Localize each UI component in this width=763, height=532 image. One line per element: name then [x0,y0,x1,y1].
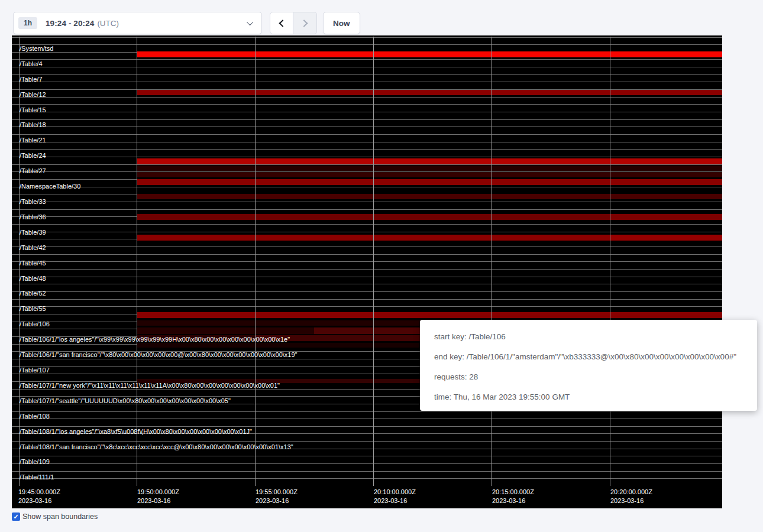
now-button[interactable]: Now [323,12,360,34]
gridline-vertical [373,37,374,486]
axis-time: 20:15:00.000Z [492,488,534,497]
axis-date: 2023-03-16 [610,497,652,505]
row-label: /Table/15 [20,106,46,114]
gridline-horizontal [12,306,722,307]
row-label: /Table/21 [20,137,46,144]
axis-time: 20:10:00.000Z [374,488,416,497]
gridline-horizontal [12,59,722,60]
axis-label: 20:15:00.000Z2023-03-16 [492,488,534,505]
tooltip-requests: requests: 28 [434,367,751,387]
heat-band [137,90,722,95]
row-label: /Table/109 [20,458,50,466]
tooltip-time: time: Thu, 16 Mar 2023 19:55:00 GMT [434,387,751,407]
row-label: /System/tsd [20,45,53,53]
prev-range-button[interactable] [270,12,293,34]
row-label: /Table/7 [20,76,43,83]
axis-date: 2023-03-16 [256,497,298,505]
axis-time: 19:55:00.000Z [256,488,298,497]
chevron-down-icon [247,19,253,25]
heat-band [610,214,722,220]
gridline-horizontal [12,478,722,479]
row-label: /Table/18 [20,121,46,129]
gridline-horizontal [12,224,722,225]
gridline-horizontal [12,232,722,232]
gridline-horizontal [12,67,722,67]
row-label: /Table/27 [20,167,46,175]
gridline-horizontal [12,104,722,105]
gridline-horizontal [12,187,722,187]
gridline-horizontal [12,246,722,247]
heat-band [137,327,314,334]
axis-label: 19:50:00.000Z2023-03-16 [137,488,179,505]
row-label: /Table/111/1 [20,473,54,481]
gridline-horizontal [12,82,722,82]
row-label: /NamespaceTable/30 [20,183,80,190]
row-label: /Table/12 [20,91,46,99]
gridline-horizontal [12,411,722,412]
axis-date: 2023-03-16 [137,497,179,505]
axis-label: 20:20:00.000Z2023-03-16 [610,488,652,505]
tooltip: start key: /Table/106 end key: /Table/10… [420,320,757,411]
row-label: /Table/107/1/"new york"/"\x11\x11\x11\x1… [20,382,280,390]
gridline-horizontal [12,471,722,472]
gridline-vertical [492,37,492,486]
row-label: /Table/48 [20,275,46,283]
heat-band [137,51,722,57]
row-label: /Table/42 [20,244,46,252]
gridline-horizontal [12,456,722,456]
heat-band [137,158,722,164]
range-label: 19:24 - 20:24 [46,19,94,28]
axis-time: 19:45:00.000Z [18,488,60,497]
gridline-horizontal [12,112,722,112]
heatmap-canvas[interactable]: /System/tsd/Table/4/Table/7/Table/12/Tab… [12,35,722,508]
gridline-horizontal [12,37,722,38]
gridline-horizontal [12,157,722,157]
row-label: /Table/33 [20,198,46,206]
gridline-horizontal [12,419,722,419]
gridline-horizontal [12,441,722,442]
gridline-vertical [255,37,256,486]
heat-band [137,312,722,318]
axis-date: 2023-03-16 [374,497,416,505]
gridline-horizontal [12,463,722,464]
row-label: /Table/39 [20,229,46,236]
gridline-horizontal [12,126,722,127]
row-label: /Table/36 [20,213,46,221]
tooltip-end-key: end key: /Table/106/1/"amsterdam"/"\xb33… [434,347,751,367]
chevron-right-icon [300,20,308,27]
axis-label: 19:55:00.000Z2023-03-16 [256,488,298,505]
time-nav-group [270,12,317,34]
row-label: /Table/45 [20,259,46,267]
gridline-horizontal [12,299,722,300]
row-label: /Table/107 [20,366,50,374]
gridline-horizontal [12,134,722,135]
timezone-label: (UTC) [97,19,119,28]
row-label: /Table/108 [20,413,50,420]
gridline-horizontal [12,142,722,142]
row-label: /Table/106/1/"los angeles"/"\x99\x99\x99… [20,336,290,343]
gridline-horizontal [12,426,722,427]
gridline-horizontal [12,291,722,292]
row-label: /Table/106 [20,320,50,328]
chevron-left-icon [279,20,286,27]
footer: ✓ Show span boundaries [12,512,98,521]
gridline-horizontal [12,277,722,277]
show-span-boundaries-checkbox[interactable]: ✓ [12,512,20,521]
gridline-horizontal [12,44,722,45]
gridline-horizontal [12,149,722,150]
gridline-horizontal [12,254,722,255]
gridline-horizontal [12,119,722,120]
time-range-selector[interactable]: 1h 19:24 - 20:24 (UTC) [13,12,262,34]
next-range-button[interactable] [293,12,317,34]
gridline-horizontal [12,269,722,270]
checkbox-label: Show span boundaries [22,512,98,521]
gridline-horizontal [12,202,722,202]
row-label: /Table/55 [20,305,46,313]
check-icon: ✓ [13,514,18,520]
gridline-horizontal [12,261,722,262]
heat-band [137,179,722,185]
axis-label: 19:45:00.000Z2023-03-16 [18,488,60,505]
axis-date: 2023-03-16 [18,497,60,505]
heat-band [137,166,722,171]
row-label: /Table/108/1/"los angeles"/"\xa8\xf5\u00… [20,428,252,436]
